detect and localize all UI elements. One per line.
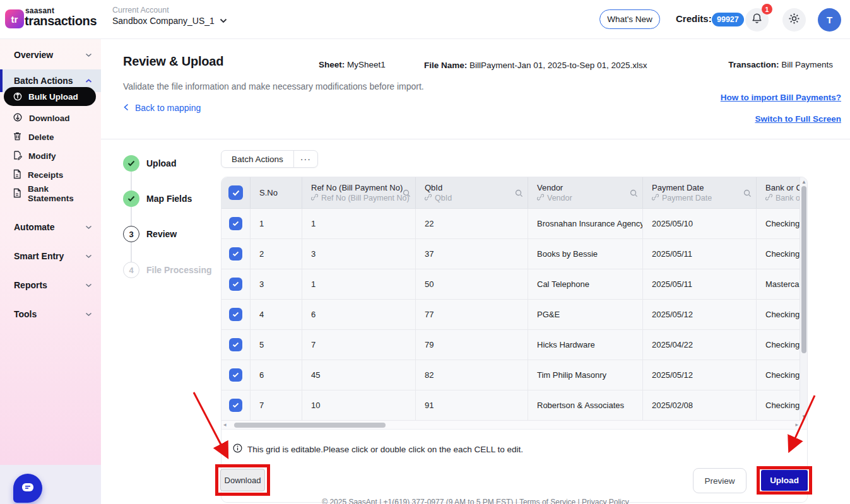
col-header-ref-no[interactable]: Ref No (Bill Payment No) Ref No (Bill Pa… (302, 177, 416, 208)
sidebar-item-delete[interactable]: Delete (0, 127, 101, 146)
cell-payment-date[interactable]: 2025/05/10 (643, 209, 757, 238)
sidebar-item-modify[interactable]: Modify (0, 146, 101, 165)
more-actions-button[interactable]: ··· (293, 151, 317, 167)
search-icon[interactable] (630, 189, 638, 200)
batch-actions-button[interactable]: Batch Actions (221, 151, 293, 167)
row-checkbox[interactable] (229, 247, 242, 261)
sidebar-item-receipts[interactable]: Receipts (0, 165, 101, 184)
cell-vendor[interactable]: Hicks Hardware (528, 330, 643, 360)
cell-sno[interactable]: 6 (251, 360, 302, 390)
cell-ref-no[interactable]: 6 (302, 300, 416, 329)
vertical-scroll-thumb[interactable] (801, 186, 806, 353)
col-header-vendor[interactable]: Vendor Vendor (528, 177, 643, 208)
cell-vendor[interactable]: Brosnahan Insurance Agency (528, 209, 643, 238)
sidebar-item-tools[interactable]: Tools (0, 302, 101, 327)
cell-ref-no[interactable]: 1 (302, 209, 416, 238)
cell-bank[interactable]: Checking (757, 330, 801, 360)
vertical-scrollbar[interactable]: ▲ ▼ (800, 177, 807, 421)
sidebar-label: Overview (14, 50, 53, 60)
cell-sno[interactable]: 2 (251, 239, 302, 269)
cell-sno[interactable]: 4 (251, 300, 302, 329)
topbar: tr saasant transactions Current Account … (0, 0, 850, 39)
cell-payment-date[interactable]: 2025/02/08 (643, 390, 757, 420)
cell-vendor[interactable]: Tim Philip Masonry (528, 360, 643, 390)
cell-qbid[interactable]: 91 (416, 390, 528, 420)
batch-actions-toolbar: Batch Actions ··· (221, 150, 318, 168)
switch-fullscreen-link[interactable]: Switch to Full Screen (755, 114, 841, 124)
cell-vendor[interactable]: PG&E (528, 300, 643, 329)
user-avatar[interactable]: T (818, 8, 841, 32)
cell-payment-date[interactable]: 2025/05/12 (643, 300, 757, 329)
link-icon (311, 194, 318, 202)
cell-qbid[interactable]: 50 (416, 269, 528, 299)
cell-bank[interactable]: Checking (757, 239, 801, 269)
cell-ref-no[interactable]: 7 (302, 330, 416, 360)
cell-qbid[interactable]: 37 (416, 239, 528, 269)
col-header-payment-date[interactable]: Payment Date Payment Date (643, 177, 757, 208)
sidebar-label: Download (29, 114, 70, 123)
sidebar-item-bank-statements[interactable]: Bank Statements (0, 184, 101, 203)
step-map-fields-indicator (123, 190, 139, 207)
download-button[interactable]: Download (220, 469, 265, 491)
cell-bank[interactable]: Checking (757, 390, 801, 420)
sidebar-item-download[interactable]: Download (0, 108, 101, 127)
brand-logo[interactable]: tr (5, 9, 24, 28)
cell-vendor[interactable]: Robertson & Associates (528, 390, 643, 420)
cell-qbid[interactable]: 22 (416, 209, 528, 238)
cell-vendor[interactable]: Books by Bessie (528, 239, 643, 269)
cell-payment-date[interactable]: 2025/05/11 (643, 269, 757, 299)
whats-new-button[interactable]: What's New (599, 9, 660, 29)
row-checkbox[interactable] (229, 217, 242, 230)
cell-qbid[interactable]: 79 (416, 330, 528, 360)
chat-widget-button[interactable] (13, 474, 42, 503)
cell-ref-no[interactable]: 10 (302, 390, 416, 420)
horizontal-scrollbar[interactable]: ◂ ▸ (221, 421, 808, 430)
search-icon[interactable] (403, 189, 411, 200)
sidebar-item-reports[interactable]: Reports (0, 273, 101, 298)
upload-button[interactable]: Upload (761, 470, 808, 491)
cell-ref-no[interactable]: 1 (302, 269, 416, 299)
cell-bank[interactable]: Checking (757, 209, 801, 238)
cell-sno[interactable]: 7 (251, 390, 302, 420)
search-icon[interactable] (515, 189, 523, 200)
sidebar-item-overview[interactable]: Overview (0, 44, 101, 66)
scroll-left-arrow[interactable]: ◂ (223, 421, 227, 428)
scroll-down-arrow[interactable]: ▼ (800, 413, 808, 420)
row-checkbox[interactable] (229, 368, 242, 382)
col-header-qbid[interactable]: QbId QbId (416, 177, 528, 208)
cell-bank[interactable]: Checking (757, 300, 801, 329)
cell-bank[interactable]: Mastercar (757, 269, 801, 299)
mapped-field-label: Vendor (547, 194, 572, 202)
how-to-import-link[interactable]: How to import Bill Payments? (721, 93, 841, 102)
sidebar-item-automate[interactable]: Automate (0, 214, 101, 240)
row-checkbox[interactable] (229, 399, 242, 412)
row-checkbox[interactable] (229, 338, 242, 351)
preview-button[interactable]: Preview (693, 468, 747, 493)
sidebar-item-smart-entry[interactable]: Smart Entry (0, 243, 101, 269)
cell-payment-date[interactable]: 2025/05/12 (643, 360, 757, 390)
cell-ref-no[interactable]: 45 (302, 360, 416, 390)
col-header-bank[interactable]: Bank or C Bank or (757, 177, 801, 208)
scroll-right-arrow[interactable]: ▸ (795, 421, 798, 428)
row-checkbox[interactable] (229, 278, 242, 291)
col-header-sno[interactable]: S.No (251, 177, 302, 208)
back-to-mapping-link[interactable]: Back to mapping (124, 103, 201, 113)
account-selector[interactable]: Sandbox Company_US_1 (112, 16, 227, 26)
cell-vendor[interactable]: Cal Telephone (528, 269, 643, 299)
search-icon[interactable] (743, 189, 752, 200)
cell-payment-date[interactable]: 2025/05/11 (643, 239, 757, 269)
cell-ref-no[interactable]: 3 (302, 239, 416, 269)
cell-sno[interactable]: 5 (251, 330, 302, 360)
row-checkbox[interactable] (229, 308, 242, 321)
scroll-up-arrow[interactable]: ▲ (800, 178, 808, 185)
cell-qbid[interactable]: 82 (416, 360, 528, 390)
cell-sno[interactable]: 1 (251, 209, 302, 238)
horizontal-scroll-thumb[interactable] (234, 423, 386, 428)
settings-button[interactable] (782, 8, 806, 32)
select-all-checkbox[interactable] (228, 185, 243, 200)
cell-bank[interactable]: Checking (757, 360, 801, 390)
cell-sno[interactable]: 3 (251, 269, 302, 299)
sidebar-item-bulk-upload[interactable]: Bulk Upload (4, 87, 96, 106)
cell-qbid[interactable]: 77 (416, 300, 528, 329)
cell-payment-date[interactable]: 2025/04/22 (643, 330, 757, 360)
